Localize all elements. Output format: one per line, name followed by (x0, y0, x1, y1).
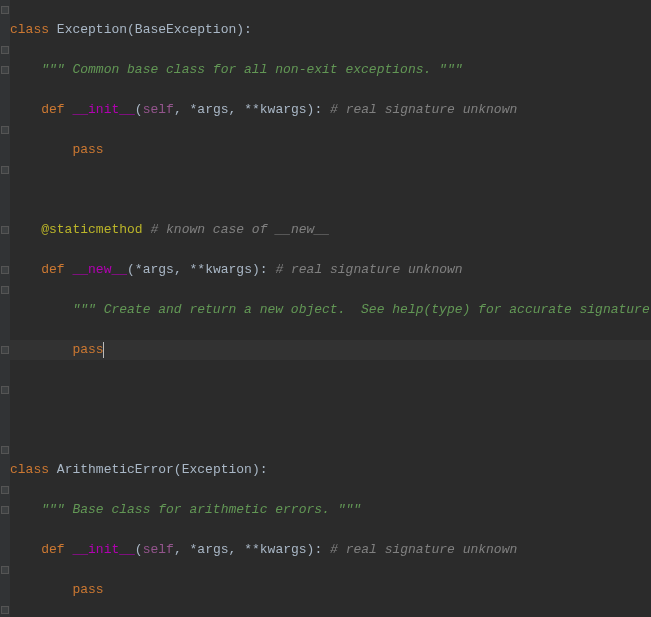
code-line: def __init__(self, *args, **kwargs): # r… (10, 100, 651, 120)
fold-marker[interactable] (1, 166, 9, 174)
editor-gutter (0, 0, 10, 617)
code-line-active: pass (10, 340, 651, 360)
code-line (10, 180, 651, 200)
fold-marker[interactable] (1, 386, 9, 394)
fold-marker[interactable] (1, 486, 9, 494)
class-name: ArithmeticError (57, 462, 174, 477)
code-line: def __new__(*args, **kwargs): # real sig… (10, 260, 651, 280)
class-name: Exception (57, 22, 127, 37)
docstring: """ Common base class for all non-exit e… (41, 62, 462, 77)
code-line: """ Common base class for all non-exit e… (10, 60, 651, 80)
code-line (10, 420, 651, 440)
code-line: """ Base class for arithmetic errors. ""… (10, 500, 651, 520)
fold-marker[interactable] (1, 266, 9, 274)
decorator: @staticmethod (41, 222, 142, 237)
fold-marker[interactable] (1, 506, 9, 514)
magic-method: __new__ (72, 262, 127, 277)
docstring: """ Base class for arithmetic errors. ""… (41, 502, 361, 517)
fold-marker[interactable] (1, 46, 9, 54)
fold-marker[interactable] (1, 606, 9, 614)
code-line: def __init__(self, *args, **kwargs): # r… (10, 540, 651, 560)
code-line (10, 380, 651, 400)
fold-marker[interactable] (1, 346, 9, 354)
keyword-class: class (10, 22, 49, 37)
fold-marker[interactable] (1, 6, 9, 14)
code-line: """ Create and return a new object. See … (10, 300, 651, 320)
base-class: BaseException (135, 22, 236, 37)
base-class: Exception (182, 462, 252, 477)
code-line: pass (10, 140, 651, 160)
comment: # known case of __new__ (150, 222, 329, 237)
magic-method: __init__ (72, 102, 134, 117)
fold-marker[interactable] (1, 126, 9, 134)
code-line: class ArithmeticError(Exception): (10, 460, 651, 480)
text-cursor (103, 342, 104, 358)
code-line: class Exception(BaseException): (10, 20, 651, 40)
comment: # real signature unknown (275, 262, 462, 277)
comment: # real signature unknown (330, 102, 517, 117)
fold-marker[interactable] (1, 286, 9, 294)
code-line: @staticmethod # known case of __new__ (10, 220, 651, 240)
fold-marker[interactable] (1, 66, 9, 74)
fold-marker[interactable] (1, 446, 9, 454)
fold-marker[interactable] (1, 566, 9, 574)
magic-method: __init__ (72, 542, 134, 557)
fold-marker[interactable] (1, 226, 9, 234)
docstring: """ Create and return a new object. See … (72, 302, 651, 317)
code-line: pass (10, 580, 651, 600)
code-editor[interactable]: class Exception(BaseException): """ Comm… (0, 0, 651, 617)
